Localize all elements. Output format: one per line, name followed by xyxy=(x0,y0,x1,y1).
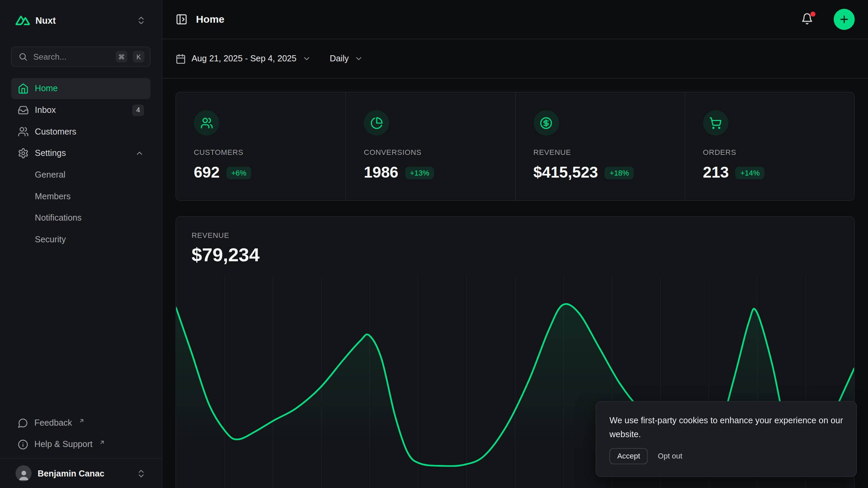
user-name: Benjamin Canac xyxy=(38,468,130,478)
chevron-down-icon xyxy=(302,54,311,63)
sidebar-item-home[interactable]: Home xyxy=(11,78,151,99)
sidebar-item-inbox[interactable]: Inbox 4 xyxy=(11,100,151,121)
sidebar-item-label: Customers xyxy=(35,127,76,137)
stat-label: REVENUE xyxy=(533,148,667,157)
info-icon xyxy=(18,439,28,450)
feedback-label: Feedback xyxy=(34,418,72,428)
cookie-consent-toast: We use first-party cookies to enhance yo… xyxy=(596,401,857,477)
optout-cookies-button[interactable]: Opt out xyxy=(658,452,682,460)
stat-orders[interactable]: ORDERS 213 +14% xyxy=(685,93,854,200)
stat-icon-button[interactable] xyxy=(703,110,728,136)
stat-label: ORDERS xyxy=(703,148,836,157)
sidebar-item-security[interactable]: Security xyxy=(11,229,151,250)
sidebar-spacer xyxy=(0,250,162,412)
calendar-icon xyxy=(176,54,186,64)
external-link-icon xyxy=(99,439,105,445)
stat-label: CONVERSIONS xyxy=(364,148,497,157)
add-button[interactable] xyxy=(834,9,855,30)
kbd-k: K xyxy=(133,51,144,62)
chevrons-up-down-icon xyxy=(136,468,146,478)
stat-value: $415,523 xyxy=(533,164,598,181)
stat-label: CUSTOMERS xyxy=(194,148,328,157)
sidebar-item-label: Home xyxy=(35,84,58,94)
stat-icon-button[interactable] xyxy=(194,110,219,136)
stat-icon-button[interactable] xyxy=(364,110,389,136)
search-icon xyxy=(18,52,28,61)
sidebar-toggle-icon[interactable] xyxy=(176,13,188,25)
stat-customers[interactable]: CUSTOMERS 692 +6% xyxy=(176,93,346,200)
sidebar: Nuxt Search... ⌘ K Home Inbox 4 Customer… xyxy=(0,0,162,488)
date-range-label: Aug 21, 2025 - Sep 4, 2025 xyxy=(192,54,297,63)
dashboard-app: Nuxt Search... ⌘ K Home Inbox 4 Customer… xyxy=(0,0,868,488)
stat-delta-badge: +18% xyxy=(605,166,634,179)
home-icon xyxy=(18,83,29,94)
sidebar-subitem-label: Notifications xyxy=(35,213,82,223)
granularity-select[interactable]: Daily xyxy=(330,54,363,63)
notification-dot xyxy=(810,12,815,17)
cookie-message: We use first-party cookies to enhance yo… xyxy=(610,414,843,441)
stat-delta-badge: +14% xyxy=(735,166,765,179)
stat-delta-badge: +13% xyxy=(405,166,434,179)
stat-delta-badge: +6% xyxy=(226,166,251,179)
nuxt-logo xyxy=(16,13,30,27)
external-link-icon xyxy=(79,418,85,424)
accept-cookies-button[interactable]: Accept xyxy=(610,448,648,464)
users-icon xyxy=(18,126,29,137)
sidebar-subitem-label: General xyxy=(35,170,65,180)
sidebar-subitem-label: Security xyxy=(35,235,66,244)
toolbar: Aug 21, 2025 - Sep 4, 2025 Daily xyxy=(162,39,868,79)
revenue-chart-value: $79,234 xyxy=(192,244,839,266)
chat-bubble-icon xyxy=(18,418,28,428)
help-support-link[interactable]: Help & Support xyxy=(11,434,151,455)
search-input[interactable]: Search... ⌘ K xyxy=(11,46,151,67)
workspace-switcher[interactable]: Nuxt xyxy=(11,10,151,31)
sidebar-nav: Home Inbox 4 Customers Settings General … xyxy=(11,78,151,250)
notifications-button[interactable] xyxy=(801,13,814,26)
stat-value: 692 xyxy=(194,164,219,181)
sidebar-subitem-label: Members xyxy=(35,191,71,201)
chevron-up-icon xyxy=(135,149,144,158)
granularity-label: Daily xyxy=(330,54,349,63)
conversions-icon xyxy=(370,117,383,129)
chevron-down-icon xyxy=(354,54,363,63)
stat-value: 213 xyxy=(703,164,729,181)
sidebar-item-customers[interactable]: Customers xyxy=(11,121,151,142)
kbd-cmd: ⌘ xyxy=(116,51,127,62)
main-area: Home Aug 21, 2025 - Sep 4, 2025 Daily xyxy=(162,0,868,488)
sidebar-footer: Feedback Help & Support xyxy=(11,412,151,455)
search-placeholder: Search... xyxy=(33,52,110,61)
revenue-chart-label: REVENUE xyxy=(192,231,839,239)
sidebar-item-notifications[interactable]: Notifications xyxy=(11,207,151,228)
sidebar-item-label: Settings xyxy=(35,148,129,158)
help-support-label: Help & Support xyxy=(34,439,93,449)
stat-revenue[interactable]: REVENUE $415,523 +18% xyxy=(515,93,685,200)
page-header: Home xyxy=(162,0,868,39)
date-range-picker[interactable]: Aug 21, 2025 - Sep 4, 2025 xyxy=(176,54,311,64)
stat-icon-button[interactable] xyxy=(533,110,559,136)
chevrons-up-down-icon xyxy=(136,16,146,25)
inbox-count-badge: 4 xyxy=(132,104,144,116)
workspace-name: Nuxt xyxy=(35,15,131,26)
stat-value: 1986 xyxy=(364,164,398,181)
orders-icon xyxy=(709,117,722,129)
customers-icon xyxy=(200,117,213,129)
sidebar-item-members[interactable]: Members xyxy=(11,186,151,207)
stat-conversions[interactable]: CONVERSIONS 1986 +13% xyxy=(346,93,515,200)
stats-card: CUSTOMERS 692 +6% CONVERSIONS 1986 +13% xyxy=(176,92,855,201)
sidebar-item-general[interactable]: General xyxy=(11,164,151,185)
user-menu[interactable]: Benjamin Canac xyxy=(0,458,162,488)
sidebar-item-settings[interactable]: Settings xyxy=(11,143,151,164)
revenue-icon xyxy=(540,117,553,129)
avatar xyxy=(16,465,32,481)
page-title: Home xyxy=(196,13,793,25)
gear-icon xyxy=(18,148,29,159)
feedback-link[interactable]: Feedback xyxy=(11,412,151,433)
sidebar-item-label: Inbox xyxy=(35,105,126,115)
plus-icon xyxy=(839,14,850,25)
inbox-icon xyxy=(18,105,29,116)
